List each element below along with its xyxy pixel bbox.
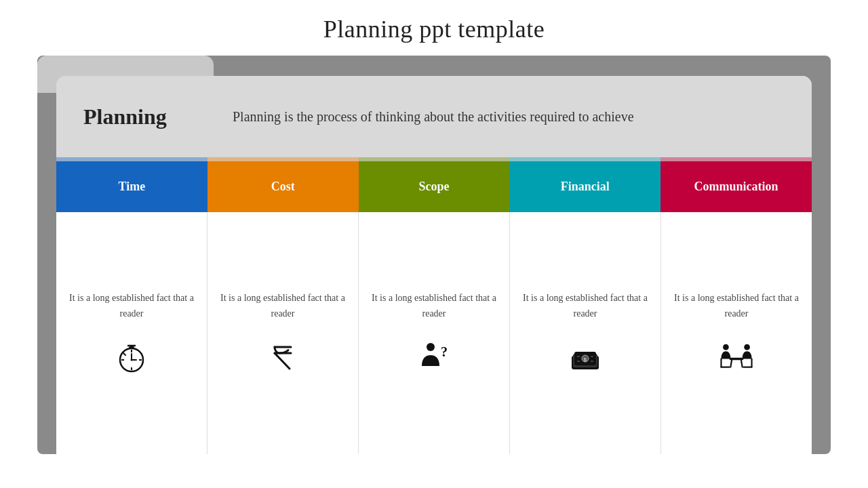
svg-point-25 — [723, 344, 729, 350]
svg-text:$: $ — [584, 357, 587, 363]
cat-scope-label: Scope — [418, 180, 449, 194]
page-title: Planning ppt template — [0, 0, 868, 56]
strip-scope — [359, 157, 510, 161]
planning-description: Planning is the process of thinking abou… — [233, 106, 785, 127]
content-cell-financial: It is a long established fact that a rea… — [510, 212, 661, 454]
cash-icon: $ — [565, 336, 606, 377]
cat-cost: Cost — [208, 161, 359, 212]
content-cell-communication: It is a long established fact that a rea… — [661, 212, 812, 454]
time-text: It is a long established fact that a rea… — [68, 291, 195, 321]
content-row: It is a long established fact that a rea… — [56, 212, 812, 454]
header-section: Planning Planning is the process of thin… — [56, 76, 812, 157]
strip-cost — [208, 157, 359, 161]
rupee-icon — [262, 336, 303, 377]
scope-text: It is a long established fact that a rea… — [371, 291, 497, 321]
meeting-icon — [716, 336, 757, 377]
category-row: Time Cost Scope Financial Communication — [56, 161, 812, 212]
cat-communication: Communication — [660, 161, 812, 212]
content-cell-scope: It is a long established fact that a rea… — [359, 212, 510, 454]
cat-communication-label: Communication — [694, 180, 778, 194]
svg-point-26 — [744, 344, 750, 350]
cat-financial-label: Financial — [561, 180, 610, 194]
cat-cost-label: Cost — [271, 180, 295, 194]
main-card: Planning Planning is the process of thin… — [56, 76, 812, 454]
cost-text: It is a long established fact that a rea… — [220, 291, 346, 321]
cat-time-label: Time — [119, 180, 146, 194]
planning-label: Planning — [83, 104, 233, 129]
content-cell-time: It is a long established fact that a rea… — [56, 212, 208, 454]
slide-wrapper: Planning Planning is the process of thin… — [37, 56, 831, 454]
svg-line-28 — [730, 360, 732, 367]
svg-rect-8 — [129, 346, 134, 349]
stopwatch-icon — [111, 336, 152, 377]
svg-line-13 — [275, 353, 290, 369]
svg-line-29 — [741, 360, 743, 367]
person-question-icon: ? — [414, 336, 454, 377]
cat-scope: Scope — [359, 161, 510, 212]
financial-text: It is a long established fact that a rea… — [522, 291, 648, 321]
communication-text: It is a long established fact that a rea… — [673, 291, 800, 321]
svg-point-7 — [131, 359, 133, 361]
strip-financial — [509, 157, 660, 161]
content-cell-cost: It is a long established fact that a rea… — [208, 212, 359, 454]
svg-text:?: ? — [441, 344, 448, 359]
svg-point-14 — [427, 343, 435, 351]
cat-financial: Financial — [509, 161, 660, 212]
strip-time — [56, 157, 208, 161]
color-strip — [56, 157, 812, 161]
strip-comm — [660, 157, 812, 161]
cat-time: Time — [56, 161, 208, 212]
svg-line-10 — [123, 352, 125, 355]
